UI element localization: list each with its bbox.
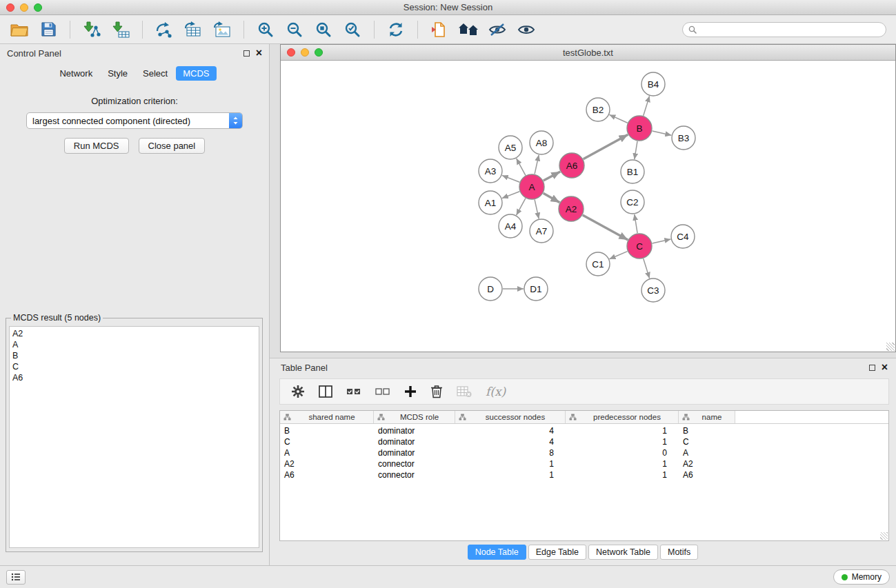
home-views-button[interactable] — [456, 18, 481, 41]
network-canvas-svg[interactable]: B4B2BB3A5A8A6B1A3AC2A1A2A4A7C4CC1C3DD1 — [281, 61, 895, 352]
show-columns-button[interactable] — [319, 385, 332, 398]
task-history-button[interactable] — [6, 570, 26, 585]
edge-B-B4[interactable] — [644, 96, 650, 116]
deselect-all-button[interactable] — [375, 387, 390, 396]
edge-B-B1[interactable] — [635, 141, 637, 159]
column-header-name[interactable]: name — [679, 411, 735, 423]
tab-node-table[interactable]: Node Table — [468, 545, 526, 560]
graph-node-B[interactable]: B — [627, 116, 652, 141]
column-header-shared-name[interactable]: shared name — [280, 411, 374, 423]
minimize-window-button[interactable] — [20, 3, 28, 12]
minimize-network-window-button[interactable] — [301, 48, 309, 57]
graph-node-D1[interactable]: D1 — [524, 277, 548, 301]
save-session-button[interactable] — [36, 18, 61, 41]
search-input[interactable] — [700, 25, 880, 34]
zoom-window-button[interactable] — [34, 3, 42, 12]
table-row-A6[interactable]: A6connector11A6 — [280, 469, 888, 480]
edge-A-A1[interactable] — [502, 192, 520, 199]
edge-A-A8[interactable] — [535, 155, 539, 174]
graph-node-D[interactable]: D — [479, 277, 502, 301]
show-details-button[interactable] — [514, 18, 539, 41]
zoom-out-button[interactable] — [282, 18, 307, 41]
close-panel-button[interactable]: Close panel — [139, 138, 206, 154]
edge-A-A7[interactable] — [535, 200, 539, 219]
mcds-result-item[interactable]: C — [12, 361, 259, 372]
export-image-button[interactable] — [210, 18, 235, 41]
new-table-button[interactable] — [181, 18, 206, 41]
edge-C-C1[interactable] — [610, 252, 628, 259]
graph-node-A5[interactable]: A5 — [499, 136, 522, 159]
tab-style[interactable]: Style — [101, 66, 135, 81]
network-canvas[interactable]: B4B2BB3A5A8A6B1A3AC2A1A2A4A7C4CC1C3DD1 — [281, 61, 895, 352]
graph-node-C3[interactable]: C3 — [641, 278, 665, 302]
edge-B-B3[interactable] — [653, 131, 672, 135]
graph-node-A7[interactable]: A7 — [530, 219, 553, 243]
edge-A-A6[interactable] — [544, 172, 560, 181]
edge-B-B2[interactable] — [609, 114, 627, 123]
graph-node-C2[interactable]: C2 — [621, 190, 644, 214]
add-column-button[interactable] — [404, 385, 417, 398]
zoom-in-button[interactable] — [253, 18, 278, 41]
graph-node-A4[interactable]: A4 — [499, 214, 522, 238]
tab-network-table[interactable]: Network Table — [588, 545, 658, 560]
edge-A2-C[interactable] — [583, 215, 628, 240]
document-button[interactable] — [427, 18, 452, 41]
mcds-result-item[interactable]: A2 — [12, 328, 259, 339]
tab-mcds[interactable]: MCDS — [176, 66, 216, 81]
column-header-MCDS-role[interactable]: MCDS role — [374, 411, 455, 423]
graph-node-A8[interactable]: A8 — [530, 131, 553, 154]
graph-node-A1[interactable]: A1 — [479, 191, 502, 214]
delete-column-button[interactable] — [430, 385, 443, 398]
delete-table-button[interactable] — [457, 385, 472, 398]
graph-node-A3[interactable]: A3 — [479, 159, 502, 183]
edge-C-C2[interactable] — [635, 214, 637, 233]
select-all-button[interactable] — [346, 387, 361, 396]
table-row-A2[interactable]: A2connector11A2 — [280, 458, 888, 469]
mcds-result-item[interactable]: A — [12, 339, 259, 350]
tab-edge-table[interactable]: Edge Table — [528, 545, 586, 560]
graph-node-C1[interactable]: C1 — [586, 252, 610, 276]
edge-A-A2[interactable] — [544, 193, 560, 202]
import-table-button[interactable] — [108, 18, 133, 41]
mcds-result-item[interactable]: A6 — [12, 372, 259, 383]
column-header-predecessor-nodes[interactable]: predecessor nodes — [566, 411, 679, 423]
graph-node-B1[interactable]: B1 — [621, 160, 644, 183]
optimization-dropdown[interactable]: largest connected component (directed) — [26, 112, 243, 129]
close-network-window-button[interactable] — [287, 48, 295, 57]
new-network-button[interactable] — [152, 18, 177, 41]
edge-A-A4[interactable] — [517, 199, 526, 216]
open-session-button[interactable] — [7, 18, 32, 41]
edge-C-C4[interactable] — [653, 239, 671, 243]
graph-node-A6[interactable]: A6 — [559, 153, 584, 178]
graph-node-B4[interactable]: B4 — [641, 72, 665, 96]
tab-network[interactable]: Network — [52, 66, 99, 81]
table-row-C[interactable]: Cdominator41C — [280, 436, 888, 447]
edge-A-A3[interactable] — [502, 175, 520, 182]
graph-node-A2[interactable]: A2 — [559, 196, 584, 221]
memory-button[interactable]: Memory — [833, 569, 890, 585]
tab-select[interactable]: Select — [136, 66, 175, 81]
close-window-button[interactable] — [6, 3, 14, 12]
zoom-network-window-button[interactable] — [315, 48, 323, 57]
graph-node-C4[interactable]: C4 — [671, 225, 695, 248]
close-panel-icon[interactable]: × — [256, 48, 262, 59]
close-table-panel-icon[interactable]: × — [882, 362, 888, 373]
graph-node-B3[interactable]: B3 — [672, 126, 695, 150]
graph-node-A[interactable]: A — [519, 174, 544, 199]
hide-details-button[interactable] — [485, 18, 510, 41]
zoom-fit-button[interactable] — [311, 18, 336, 41]
edge-A-A5[interactable] — [517, 159, 526, 176]
search-field[interactable] — [682, 22, 886, 37]
edge-A6-B[interactable] — [584, 134, 628, 159]
run-mcds-button[interactable]: Run MCDS — [64, 138, 129, 154]
table-row-A[interactable]: Adominator80A — [280, 447, 888, 458]
zoom-selected-button[interactable] — [340, 18, 365, 41]
table-row-B[interactable]: Bdominator41B — [280, 425, 888, 436]
import-network-button[interactable] — [79, 18, 104, 41]
float-panel-icon[interactable] — [243, 50, 250, 57]
apply-layout-button[interactable] — [384, 18, 408, 41]
graph-node-B2[interactable]: B2 — [586, 98, 610, 121]
mcds-result-item[interactable]: B — [12, 350, 259, 361]
table-settings-button[interactable] — [291, 385, 305, 398]
graph-node-C[interactable]: C — [627, 234, 652, 258]
